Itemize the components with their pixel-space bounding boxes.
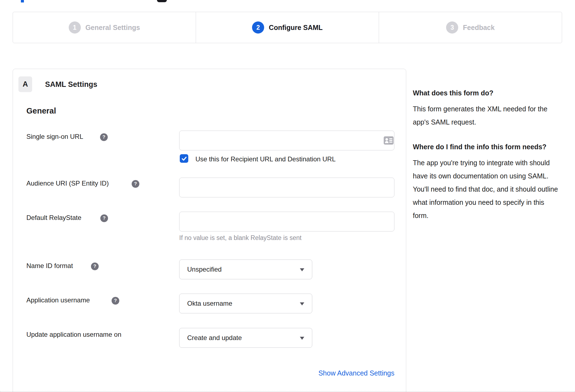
- selected-value: Create and update: [187, 334, 242, 342]
- section-a-badge: A: [18, 76, 32, 92]
- application-username-select[interactable]: Okta username: [179, 294, 312, 313]
- help-icon[interactable]: ?: [100, 214, 108, 222]
- audience-uri-label: Audience URI (SP Entity ID): [26, 180, 109, 187]
- name-id-format-label: Name ID format: [26, 262, 73, 270]
- selected-value: Unspecified: [187, 266, 222, 273]
- chevron-down-icon: [300, 337, 304, 340]
- help-heading: Where do I find the info this form needs…: [413, 140, 561, 153]
- step-number-badge: 1: [69, 21, 81, 34]
- application-username-label: Application username: [26, 296, 90, 304]
- help-icon[interactable]: ?: [100, 133, 108, 141]
- step-configure-saml: 2 Configure SAML: [196, 12, 379, 43]
- panel-title: SAML Settings: [45, 80, 97, 89]
- help-body: The app you're trying to integrate with …: [413, 156, 561, 222]
- step-label: General Settings: [85, 24, 140, 32]
- use-for-recipient-destination-label: Use this for Recipient URL and Destinati…: [195, 155, 336, 163]
- step-label: Configure SAML: [269, 24, 323, 32]
- show-advanced-settings-link[interactable]: Show Advanced Settings: [179, 369, 394, 377]
- cutoff-blue-logo-fragment: [21, 0, 24, 2]
- update-app-username-label: Update application username on: [26, 331, 121, 338]
- default-relaystate-input[interactable]: [179, 212, 394, 231]
- audience-uri-input[interactable]: [179, 178, 394, 197]
- configure-saml-page: 1 General Settings 2 Configure SAML 3 Fe…: [0, 0, 575, 392]
- default-relaystate-label: Default RelayState: [26, 214, 81, 222]
- contact-card-icon: [384, 136, 394, 145]
- step-number-badge: 3: [446, 21, 458, 34]
- selected-value: Okta username: [187, 300, 232, 307]
- single-sign-on-url-label: Single sign-on URL: [26, 133, 83, 140]
- step-feedback: 3 Feedback: [379, 12, 562, 43]
- chevron-down-icon: [300, 268, 304, 271]
- saml-settings-panel: A SAML Settings General Single sign-on U…: [13, 69, 406, 392]
- step-number-badge: 2: [252, 21, 264, 34]
- general-group-heading: General: [26, 106, 56, 115]
- checkmark-icon: [181, 155, 187, 162]
- help-section-what: What does this form do? This form genera…: [413, 86, 561, 129]
- chevron-down-icon: [300, 302, 304, 305]
- single-sign-on-url-input[interactable]: [179, 131, 394, 150]
- cutoff-dark-icon-fragment: [157, 0, 167, 2]
- setup-wizard-stepper: 1 General Settings 2 Configure SAML 3 Fe…: [13, 12, 562, 43]
- help-section-where: Where do I find the info this form needs…: [413, 140, 561, 222]
- help-icon[interactable]: ?: [91, 263, 99, 270]
- use-for-recipient-destination-checkbox[interactable]: [180, 154, 188, 163]
- help-body: This form generates the XML needed for t…: [413, 102, 561, 129]
- relaystate-hint: If no value is set, a blank RelayState i…: [179, 234, 302, 242]
- help-icon[interactable]: ?: [132, 180, 139, 188]
- step-general-settings: 1 General Settings: [13, 12, 196, 43]
- update-app-username-select[interactable]: Create and update: [179, 328, 312, 348]
- step-label: Feedback: [463, 24, 494, 32]
- name-id-format-select[interactable]: Unspecified: [179, 260, 312, 279]
- help-sidebar: What does this form do? This form genera…: [413, 86, 561, 234]
- help-icon[interactable]: ?: [112, 297, 119, 305]
- help-heading: What does this form do?: [413, 86, 561, 100]
- bottom-divider: [0, 391, 575, 392]
